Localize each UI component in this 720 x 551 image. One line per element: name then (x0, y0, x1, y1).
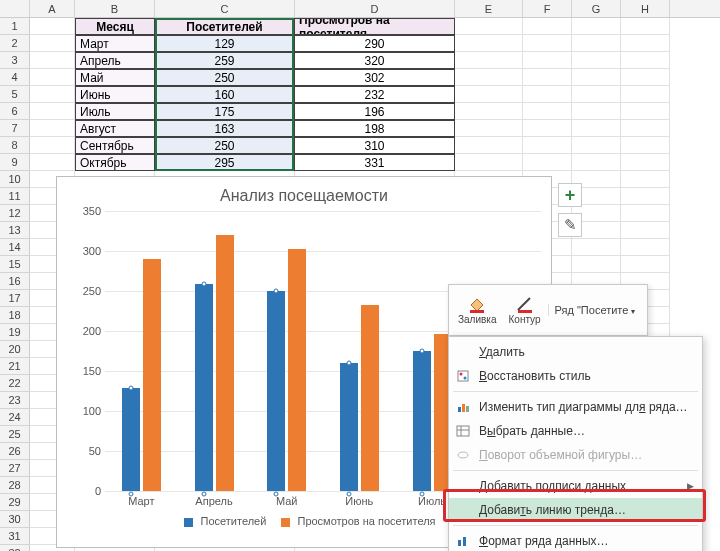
cell-H3[interactable] (621, 52, 670, 69)
bar-Посетителей[interactable] (340, 363, 358, 491)
chart-y-axis[interactable]: 050100150200250300350 (71, 211, 101, 491)
bar-Посетителей[interactable] (413, 351, 431, 491)
row-header[interactable]: 2 (0, 35, 30, 52)
cell-G1[interactable] (572, 18, 621, 35)
cell-D8[interactable]: 310 (295, 137, 455, 154)
cell-H9[interactable] (621, 154, 670, 171)
cell-D4[interactable]: 302 (295, 69, 455, 86)
cell-C5[interactable]: 160 (155, 86, 295, 103)
row-header[interactable]: 21 (0, 358, 30, 375)
menu-select-data[interactable]: Выбрать данные… (449, 419, 702, 443)
cell-E2[interactable] (455, 35, 523, 52)
row-header[interactable]: 1 (0, 18, 30, 35)
cell-F3[interactable] (523, 52, 572, 69)
cell-E1[interactable] (455, 18, 523, 35)
menu-format-data-series[interactable]: Формат ряда данных… (449, 529, 702, 551)
cell-G9[interactable] (572, 154, 621, 171)
cell-G15[interactable] (572, 256, 621, 273)
row-header[interactable]: 30 (0, 511, 30, 528)
cell-D1[interactable]: Просмотров на посетителя (295, 18, 455, 35)
row-header[interactable]: 27 (0, 460, 30, 477)
fill-button[interactable]: Заливка (453, 293, 502, 327)
col-header-B[interactable]: B (75, 0, 155, 17)
cell-B9[interactable]: Октябрь (75, 154, 155, 171)
cell-G7[interactable] (572, 120, 621, 137)
row-header[interactable]: 19 (0, 324, 30, 341)
cell-D9[interactable]: 331 (295, 154, 455, 171)
row-header[interactable]: 10 (0, 171, 30, 188)
row-header[interactable]: 15 (0, 256, 30, 273)
row-header[interactable]: 32 (0, 545, 30, 551)
bar-Просмотров на посетителя[interactable] (143, 259, 161, 491)
col-header-E[interactable]: E (455, 0, 523, 17)
chart-styles-button[interactable]: ✎ (558, 213, 582, 237)
cell-G6[interactable] (572, 103, 621, 120)
row-header[interactable]: 31 (0, 528, 30, 545)
cell-A1[interactable] (30, 18, 75, 35)
cell-C1[interactable]: Посетителей (155, 18, 295, 35)
cell-A9[interactable] (30, 154, 75, 171)
cell-A5[interactable] (30, 86, 75, 103)
cell-H10[interactable] (621, 171, 670, 188)
menu-reset-style[interactable]: Восстановить стиль (449, 364, 702, 388)
cell-E4[interactable] (455, 69, 523, 86)
cell-H1[interactable] (621, 18, 670, 35)
cell-G5[interactable] (572, 86, 621, 103)
row-header[interactable]: 20 (0, 341, 30, 358)
cell-D2[interactable]: 290 (295, 35, 455, 52)
cell-H11[interactable] (621, 188, 670, 205)
col-header-F[interactable]: F (523, 0, 572, 17)
menu-add-data-labels[interactable]: Добавить подписи данных ▶ (449, 474, 702, 498)
cell-B3[interactable]: Апрель (75, 52, 155, 69)
cell-F2[interactable] (523, 35, 572, 52)
row-header[interactable]: 11 (0, 188, 30, 205)
cell-E8[interactable] (455, 137, 523, 154)
cell-H2[interactable] (621, 35, 670, 52)
menu-add-trendline[interactable]: Добавить линию тренда… (449, 498, 702, 522)
cell-G14[interactable] (572, 239, 621, 256)
bar-Просмотров на посетителя[interactable] (361, 305, 379, 491)
cell-C3[interactable]: 259 (155, 52, 295, 69)
cell-B1[interactable]: Месяц (75, 18, 155, 35)
row-header[interactable]: 5 (0, 86, 30, 103)
cell-E3[interactable] (455, 52, 523, 69)
cell-G4[interactable] (572, 69, 621, 86)
cell-G8[interactable] (572, 137, 621, 154)
cell-A8[interactable] (30, 137, 75, 154)
cell-A2[interactable] (30, 35, 75, 52)
row-header[interactable]: 7 (0, 120, 30, 137)
bar-Посетителей[interactable] (122, 388, 140, 491)
cell-B8[interactable]: Сентябрь (75, 137, 155, 154)
cell-A3[interactable] (30, 52, 75, 69)
row-header[interactable]: 14 (0, 239, 30, 256)
row-header[interactable]: 17 (0, 290, 30, 307)
bar-group[interactable] (178, 211, 251, 491)
cell-G3[interactable] (572, 52, 621, 69)
cell-B7[interactable]: Август (75, 120, 155, 137)
row-header[interactable]: 29 (0, 494, 30, 511)
cell-A4[interactable] (30, 69, 75, 86)
bar-Просмотров на посетителя[interactable] (216, 235, 234, 491)
cell-F1[interactable] (523, 18, 572, 35)
cell-E6[interactable] (455, 103, 523, 120)
cell-B2[interactable]: Март (75, 35, 155, 52)
cell-F5[interactable] (523, 86, 572, 103)
cell-C9[interactable]: 295 (155, 154, 295, 171)
row-header[interactable]: 6 (0, 103, 30, 120)
row-header[interactable]: 22 (0, 375, 30, 392)
row-header[interactable]: 18 (0, 307, 30, 324)
outline-button[interactable]: Контур (504, 293, 546, 327)
bar-Просмотров на посетителя[interactable] (288, 249, 306, 491)
col-header-D[interactable]: D (295, 0, 455, 17)
cell-H5[interactable] (621, 86, 670, 103)
cell-E7[interactable] (455, 120, 523, 137)
cell-F8[interactable] (523, 137, 572, 154)
cell-H6[interactable] (621, 103, 670, 120)
row-header[interactable]: 28 (0, 477, 30, 494)
row-header[interactable]: 13 (0, 222, 30, 239)
cell-C6[interactable]: 175 (155, 103, 295, 120)
col-header-A[interactable]: A (30, 0, 75, 17)
cell-H15[interactable] (621, 256, 670, 273)
row-header[interactable]: 4 (0, 69, 30, 86)
col-header-G[interactable]: G (572, 0, 621, 17)
